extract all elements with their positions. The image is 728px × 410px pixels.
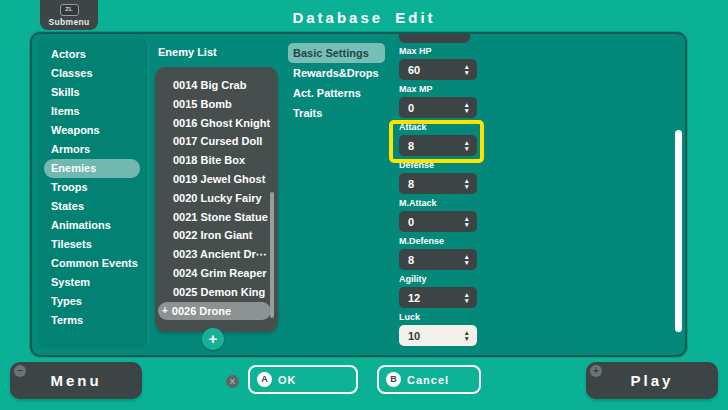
list-item[interactable]: 0016 Ghost Knight <box>155 114 278 133</box>
stat-label: Luck <box>399 312 477 323</box>
sidebar-item-common-events[interactable]: Common Events <box>44 254 140 273</box>
stat-group-luck: Luck 10 ▲▼ <box>399 312 477 346</box>
tab-traits[interactable]: Traits <box>288 103 385 123</box>
stat-label: Max MP <box>399 84 477 95</box>
sidebar-item-actors[interactable]: Actors <box>44 45 140 64</box>
new-entry-plus-icon: + <box>162 302 168 321</box>
sidebar-item-states[interactable]: States <box>44 197 140 216</box>
sidebar-item-enemies[interactable]: Enemies <box>44 159 140 178</box>
list-item-selected[interactable]: + 0026 Drone <box>158 302 271 321</box>
selected-enemy-label: 0026 Drone <box>172 302 231 321</box>
stat-group-m-attack: M.Attack 0 ▲▼ <box>399 198 477 232</box>
sidebar-item-terms[interactable]: Terms <box>44 311 140 330</box>
sidebar-item-types[interactable]: Types <box>44 292 140 311</box>
stepper-down-icon[interactable]: ▼ <box>464 260 470 266</box>
tab-rewards-drops[interactable]: Rewards&Drops <box>288 63 385 83</box>
max-hp-stepper[interactable]: 60 ▲▼ <box>399 59 477 80</box>
stepper-down-icon[interactable]: ▼ <box>464 108 470 114</box>
list-item[interactable]: 0014 Big Crab <box>155 76 278 95</box>
list-item[interactable]: 0025 Demon King <box>155 283 278 302</box>
menu-button[interactable]: − Menu <box>10 362 142 399</box>
stat-group-max-mp: Max MP 0 ▲▼ <box>399 84 477 118</box>
stepper-down-icon[interactable]: ▼ <box>464 70 470 76</box>
list-item[interactable]: 0018 Bite Box <box>155 151 278 170</box>
enemy-list-header: Enemy List <box>158 46 217 58</box>
max-mp-stepper[interactable]: 0 ▲▼ <box>399 97 477 118</box>
stat-group-max-hp: Max HP 60 ▲▼ <box>399 46 477 80</box>
minus-button-icon: − <box>14 365 26 377</box>
plus-icon: + <box>209 330 218 347</box>
category-list: Actors Classes Skills Items Weapons Armo… <box>44 45 146 330</box>
stat-value: 8 <box>408 178 414 190</box>
play-label: Play <box>631 372 674 389</box>
ok-button[interactable]: A OK <box>248 365 358 394</box>
ok-label: OK <box>278 374 297 386</box>
stepper-down-icon[interactable]: ▼ <box>464 298 470 304</box>
list-item[interactable]: 0015 Bomb <box>155 95 278 114</box>
stat-value: 8 <box>408 254 414 266</box>
stat-label: M.Defense <box>399 236 477 247</box>
stat-value: 0 <box>408 102 414 114</box>
add-enemy-button[interactable]: + <box>202 328 224 350</box>
stepper-down-icon[interactable]: ▼ <box>464 222 470 228</box>
m-defense-stepper[interactable]: 8 ▲▼ <box>399 249 477 270</box>
stat-label: M.Attack <box>399 198 477 209</box>
luck-stepper-focused[interactable]: 10 ▲▼ <box>399 325 477 346</box>
attack-highlight-box <box>389 120 484 163</box>
cancel-label: Cancel <box>407 374 449 386</box>
agility-stepper[interactable]: 12 ▲▼ <box>399 287 477 308</box>
stat-group-m-defense: M.Defense 8 ▲▼ <box>399 236 477 270</box>
sidebar-item-system[interactable]: System <box>44 273 140 292</box>
list-item[interactable]: 0024 Grim Reaper <box>155 264 278 283</box>
x-button-glyph: X <box>230 377 235 386</box>
defense-stepper[interactable]: 8 ▲▼ <box>399 173 477 194</box>
stat-value: 12 <box>408 292 420 304</box>
sidebar-item-weapons[interactable]: Weapons <box>44 121 140 140</box>
x-button-icon: X <box>226 375 239 388</box>
enemy-list-scrollbar[interactable] <box>270 192 274 318</box>
b-button-icon: B <box>386 372 401 387</box>
sidebar-item-classes[interactable]: Classes <box>44 64 140 83</box>
stat-value: 0 <box>408 216 414 228</box>
list-item[interactable]: 0021 Stone Statue <box>155 208 278 227</box>
list-item[interactable]: 0017 Cursed Doll <box>155 132 278 151</box>
m-attack-stepper[interactable]: 0 ▲▼ <box>399 211 477 232</box>
sidebar-item-items[interactable]: Items <box>44 102 140 121</box>
menu-label: Menu <box>50 372 101 389</box>
stepper-down-icon[interactable]: ▼ <box>464 184 470 190</box>
sidebar-item-armors[interactable]: Armors <box>44 140 140 159</box>
scrolled-field-partial <box>399 34 470 43</box>
sidebar-item-tilesets[interactable]: Tilesets <box>44 235 140 254</box>
stat-group-defense: Defense 8 ▲▼ <box>399 160 477 194</box>
page-title: Database Edit <box>0 9 728 26</box>
sidebar-item-animations[interactable]: Animations <box>44 216 140 235</box>
tab-act-patterns[interactable]: Act. Patterns <box>288 83 385 103</box>
stat-value: 10 <box>408 330 420 342</box>
plus-button-icon: + <box>590 365 602 377</box>
enemy-list-rows: 0014 Big Crab 0015 Bomb 0016 Ghost Knigh… <box>155 76 278 320</box>
panel-scrollbar[interactable] <box>675 130 682 332</box>
sidebar-item-troops[interactable]: Troops <box>44 178 140 197</box>
stat-label: Max HP <box>399 46 477 57</box>
cancel-button[interactable]: B Cancel <box>377 365 481 394</box>
tab-basic-settings[interactable]: Basic Settings <box>288 43 385 63</box>
stepper-down-icon[interactable]: ▼ <box>464 336 470 342</box>
settings-tabs: Basic Settings Rewards&Drops Act. Patter… <box>288 43 386 123</box>
play-button[interactable]: + Play <box>586 362 718 399</box>
sidebar-item-skills[interactable]: Skills <box>44 83 140 102</box>
a-button-icon: A <box>257 372 272 387</box>
stat-value: 60 <box>408 64 420 76</box>
list-item[interactable]: 0022 Iron Giant <box>155 226 278 245</box>
stat-group-agility: Agility 12 ▲▼ <box>399 274 477 308</box>
enemy-list-panel: 0014 Big Crab 0015 Bomb 0016 Ghost Knigh… <box>155 67 278 332</box>
list-item[interactable]: 0019 Jewel Ghost <box>155 170 278 189</box>
stat-label: Agility <box>399 274 477 285</box>
list-item[interactable]: 0023 Ancient Dr⋯ <box>155 245 278 264</box>
list-item[interactable]: 0020 Lucky Fairy <box>155 189 278 208</box>
